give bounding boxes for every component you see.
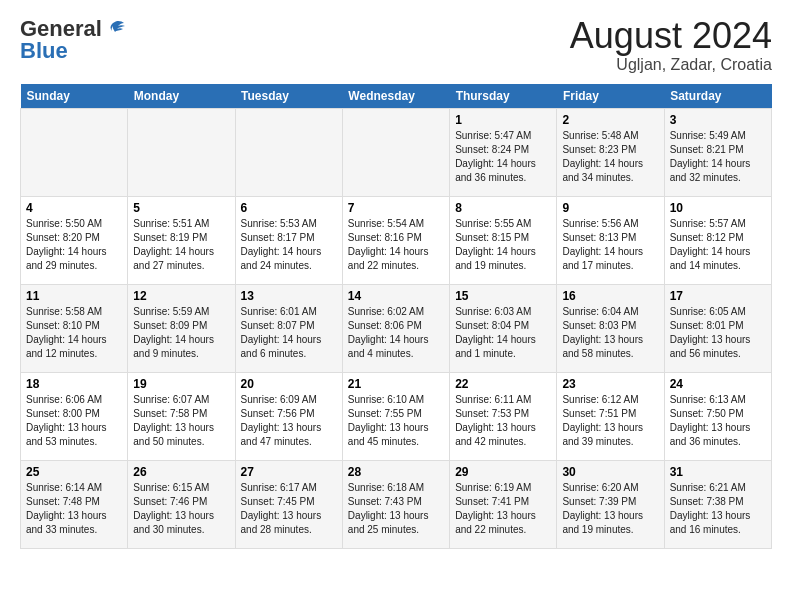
calendar-cell: 20Sunrise: 6:09 AM Sunset: 7:56 PM Dayli… <box>235 372 342 460</box>
calendar-cell <box>21 108 128 196</box>
day-number: 9 <box>562 201 658 215</box>
page-header: General Blue August 2024 Ugljan, Zadar, … <box>20 16 772 74</box>
day-info: Sunrise: 6:15 AM Sunset: 7:46 PM Dayligh… <box>133 481 229 537</box>
calendar-cell: 5Sunrise: 5:51 AM Sunset: 8:19 PM Daylig… <box>128 196 235 284</box>
day-number: 4 <box>26 201 122 215</box>
calendar-cell: 22Sunrise: 6:11 AM Sunset: 7:53 PM Dayli… <box>450 372 557 460</box>
day-info: Sunrise: 6:18 AM Sunset: 7:43 PM Dayligh… <box>348 481 444 537</box>
column-header-wednesday: Wednesday <box>342 84 449 109</box>
day-number: 14 <box>348 289 444 303</box>
calendar-cell: 12Sunrise: 5:59 AM Sunset: 8:09 PM Dayli… <box>128 284 235 372</box>
day-number: 8 <box>455 201 551 215</box>
day-number: 22 <box>455 377 551 391</box>
calendar-cell: 3Sunrise: 5:49 AM Sunset: 8:21 PM Daylig… <box>664 108 771 196</box>
calendar-cell: 18Sunrise: 6:06 AM Sunset: 8:00 PM Dayli… <box>21 372 128 460</box>
column-header-sunday: Sunday <box>21 84 128 109</box>
day-info: Sunrise: 6:17 AM Sunset: 7:45 PM Dayligh… <box>241 481 337 537</box>
day-info: Sunrise: 5:55 AM Sunset: 8:15 PM Dayligh… <box>455 217 551 273</box>
calendar-cell: 29Sunrise: 6:19 AM Sunset: 7:41 PM Dayli… <box>450 460 557 548</box>
day-info: Sunrise: 5:54 AM Sunset: 8:16 PM Dayligh… <box>348 217 444 273</box>
day-info: Sunrise: 6:21 AM Sunset: 7:38 PM Dayligh… <box>670 481 766 537</box>
day-info: Sunrise: 6:10 AM Sunset: 7:55 PM Dayligh… <box>348 393 444 449</box>
day-info: Sunrise: 5:50 AM Sunset: 8:20 PM Dayligh… <box>26 217 122 273</box>
calendar-week-3: 11Sunrise: 5:58 AM Sunset: 8:10 PM Dayli… <box>21 284 772 372</box>
day-info: Sunrise: 5:57 AM Sunset: 8:12 PM Dayligh… <box>670 217 766 273</box>
calendar-cell <box>235 108 342 196</box>
day-number: 25 <box>26 465 122 479</box>
day-info: Sunrise: 5:56 AM Sunset: 8:13 PM Dayligh… <box>562 217 658 273</box>
day-info: Sunrise: 6:09 AM Sunset: 7:56 PM Dayligh… <box>241 393 337 449</box>
day-number: 21 <box>348 377 444 391</box>
calendar-cell <box>128 108 235 196</box>
calendar-cell: 16Sunrise: 6:04 AM Sunset: 8:03 PM Dayli… <box>557 284 664 372</box>
calendar-cell: 4Sunrise: 5:50 AM Sunset: 8:20 PM Daylig… <box>21 196 128 284</box>
column-header-thursday: Thursday <box>450 84 557 109</box>
calendar-cell: 30Sunrise: 6:20 AM Sunset: 7:39 PM Dayli… <box>557 460 664 548</box>
calendar-cell: 6Sunrise: 5:53 AM Sunset: 8:17 PM Daylig… <box>235 196 342 284</box>
day-info: Sunrise: 5:59 AM Sunset: 8:09 PM Dayligh… <box>133 305 229 361</box>
day-number: 3 <box>670 113 766 127</box>
calendar-cell: 25Sunrise: 6:14 AM Sunset: 7:48 PM Dayli… <box>21 460 128 548</box>
day-info: Sunrise: 6:12 AM Sunset: 7:51 PM Dayligh… <box>562 393 658 449</box>
day-number: 1 <box>455 113 551 127</box>
calendar-cell: 10Sunrise: 5:57 AM Sunset: 8:12 PM Dayli… <box>664 196 771 284</box>
calendar-cell: 24Sunrise: 6:13 AM Sunset: 7:50 PM Dayli… <box>664 372 771 460</box>
day-number: 15 <box>455 289 551 303</box>
day-info: Sunrise: 6:19 AM Sunset: 7:41 PM Dayligh… <box>455 481 551 537</box>
day-info: Sunrise: 6:11 AM Sunset: 7:53 PM Dayligh… <box>455 393 551 449</box>
day-number: 19 <box>133 377 229 391</box>
calendar-cell: 13Sunrise: 6:01 AM Sunset: 8:07 PM Dayli… <box>235 284 342 372</box>
day-number: 13 <box>241 289 337 303</box>
calendar-cell: 7Sunrise: 5:54 AM Sunset: 8:16 PM Daylig… <box>342 196 449 284</box>
calendar-cell: 11Sunrise: 5:58 AM Sunset: 8:10 PM Dayli… <box>21 284 128 372</box>
day-number: 27 <box>241 465 337 479</box>
day-info: Sunrise: 6:05 AM Sunset: 8:01 PM Dayligh… <box>670 305 766 361</box>
calendar-table: SundayMondayTuesdayWednesdayThursdayFrid… <box>20 84 772 549</box>
day-number: 20 <box>241 377 337 391</box>
day-number: 2 <box>562 113 658 127</box>
calendar-cell: 26Sunrise: 6:15 AM Sunset: 7:46 PM Dayli… <box>128 460 235 548</box>
column-header-saturday: Saturday <box>664 84 771 109</box>
day-number: 10 <box>670 201 766 215</box>
day-info: Sunrise: 6:13 AM Sunset: 7:50 PM Dayligh… <box>670 393 766 449</box>
calendar-week-5: 25Sunrise: 6:14 AM Sunset: 7:48 PM Dayli… <box>21 460 772 548</box>
day-number: 18 <box>26 377 122 391</box>
calendar-week-4: 18Sunrise: 6:06 AM Sunset: 8:00 PM Dayli… <box>21 372 772 460</box>
calendar-week-2: 4Sunrise: 5:50 AM Sunset: 8:20 PM Daylig… <box>21 196 772 284</box>
day-info: Sunrise: 6:14 AM Sunset: 7:48 PM Dayligh… <box>26 481 122 537</box>
calendar-cell: 17Sunrise: 6:05 AM Sunset: 8:01 PM Dayli… <box>664 284 771 372</box>
calendar-cell: 19Sunrise: 6:07 AM Sunset: 7:58 PM Dayli… <box>128 372 235 460</box>
day-number: 11 <box>26 289 122 303</box>
day-number: 31 <box>670 465 766 479</box>
day-info: Sunrise: 5:51 AM Sunset: 8:19 PM Dayligh… <box>133 217 229 273</box>
day-number: 23 <box>562 377 658 391</box>
day-number: 7 <box>348 201 444 215</box>
day-number: 6 <box>241 201 337 215</box>
day-info: Sunrise: 5:47 AM Sunset: 8:24 PM Dayligh… <box>455 129 551 185</box>
calendar-cell: 1Sunrise: 5:47 AM Sunset: 8:24 PM Daylig… <box>450 108 557 196</box>
day-number: 30 <box>562 465 658 479</box>
logo-bird-icon <box>104 18 126 40</box>
day-info: Sunrise: 5:49 AM Sunset: 8:21 PM Dayligh… <box>670 129 766 185</box>
title-block: August 2024 Ugljan, Zadar, Croatia <box>570 16 772 74</box>
day-info: Sunrise: 5:53 AM Sunset: 8:17 PM Dayligh… <box>241 217 337 273</box>
calendar-cell: 15Sunrise: 6:03 AM Sunset: 8:04 PM Dayli… <box>450 284 557 372</box>
calendar-cell <box>342 108 449 196</box>
calendar-cell: 9Sunrise: 5:56 AM Sunset: 8:13 PM Daylig… <box>557 196 664 284</box>
calendar-week-1: 1Sunrise: 5:47 AM Sunset: 8:24 PM Daylig… <box>21 108 772 196</box>
day-info: Sunrise: 6:07 AM Sunset: 7:58 PM Dayligh… <box>133 393 229 449</box>
day-number: 28 <box>348 465 444 479</box>
calendar-cell: 27Sunrise: 6:17 AM Sunset: 7:45 PM Dayli… <box>235 460 342 548</box>
calendar-cell: 8Sunrise: 5:55 AM Sunset: 8:15 PM Daylig… <box>450 196 557 284</box>
day-info: Sunrise: 6:02 AM Sunset: 8:06 PM Dayligh… <box>348 305 444 361</box>
day-info: Sunrise: 6:06 AM Sunset: 8:00 PM Dayligh… <box>26 393 122 449</box>
calendar-cell: 2Sunrise: 5:48 AM Sunset: 8:23 PM Daylig… <box>557 108 664 196</box>
day-number: 16 <box>562 289 658 303</box>
calendar-cell: 28Sunrise: 6:18 AM Sunset: 7:43 PM Dayli… <box>342 460 449 548</box>
day-info: Sunrise: 6:20 AM Sunset: 7:39 PM Dayligh… <box>562 481 658 537</box>
calendar-cell: 23Sunrise: 6:12 AM Sunset: 7:51 PM Dayli… <box>557 372 664 460</box>
logo-blue: Blue <box>20 38 68 64</box>
column-header-monday: Monday <box>128 84 235 109</box>
day-info: Sunrise: 6:03 AM Sunset: 8:04 PM Dayligh… <box>455 305 551 361</box>
day-info: Sunrise: 5:48 AM Sunset: 8:23 PM Dayligh… <box>562 129 658 185</box>
